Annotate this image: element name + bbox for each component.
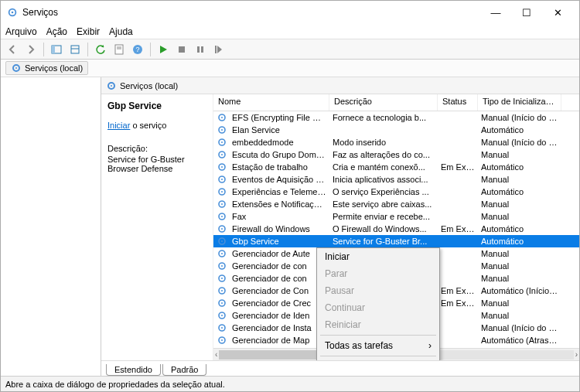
svg-point-46 [221,278,223,279]
service-row[interactable]: Extensões e Notificações da...Este servi… [213,198,579,210]
cell-desc: O serviço Experiências ... [329,187,438,196]
svg-point-36 [221,216,223,217]
maximize-button[interactable]: ☐ [511,2,542,23]
export-button[interactable] [67,41,84,58]
tree-pane[interactable] [1,77,101,376]
svg-rect-4 [71,46,79,53]
pause-service-button[interactable] [192,41,209,58]
cell-startup: Manual [478,212,561,221]
start-service-link-row: Iniciar o serviço [107,121,210,130]
service-icon [213,298,229,308]
cell-startup: Automático [478,125,561,135]
tree-tab-local[interactable]: Serviços (local) [5,61,88,75]
menu-help[interactable]: Ajuda [109,26,133,37]
svg-rect-6 [115,45,123,54]
scroll-right-icon[interactable]: › [575,350,578,359]
back-button[interactable] [4,41,21,58]
ctx-atualizar[interactable]: Atualizar [317,358,439,360]
service-row[interactable]: Escuta do Grupo DomésticoFaz as alteraçõ… [213,148,579,161]
main-area: Serviços (local) Gbp Service Iniciar o s… [1,77,579,376]
ctx-pausar: Pausar [317,282,439,299]
svg-text:?: ? [135,46,139,53]
cell-startup: Manual [478,274,561,283]
service-icon [213,322,229,333]
cell-name: Gbp Service [229,237,329,246]
cell-status: Em Exe... [438,298,478,308]
cell-startup: Manual [478,261,561,271]
service-icon [213,149,229,160]
cell-name: Experiências e Telemetria de... [229,187,329,196]
col-startup[interactable]: Tipo de Inicialização [478,94,561,111]
right-pane: Serviços (local) Gbp Service Iniciar o s… [101,77,579,376]
restart-service-button[interactable] [210,41,227,58]
svg-point-26 [221,154,223,155]
service-row[interactable]: Experiências e Telemetria de...O serviço… [213,186,579,198]
service-row[interactable]: Estação de trabalhoCria e mantém conexõ.… [213,161,579,173]
cell-desc: Cria e mantém conexõ... [329,162,438,172]
cell-desc: Service for G-Buster Br... [329,237,438,246]
col-status[interactable]: Status [438,94,478,111]
cell-startup: Manual (Início do Ga... [478,138,561,147]
menu-view[interactable]: Exibir [77,26,100,37]
bottom-tabs: Estendido Padrão [101,360,579,376]
ctx-iniciar[interactable]: Iniciar [317,248,439,265]
service-row[interactable]: EFS (Encrypting File System)Fornece a te… [213,111,579,124]
cell-name: Elan Service [229,125,329,135]
service-row[interactable]: Elan ServiceAutomático [213,124,579,136]
toolbar: ? [1,39,579,60]
service-icon [213,273,229,284]
help-button[interactable]: ? [129,41,146,58]
cell-startup: Manual [478,199,561,209]
start-service-button[interactable] [155,41,172,58]
svg-rect-11 [179,46,185,53]
svg-point-1 [12,12,14,14]
svg-point-16 [15,67,17,69]
cell-status: Em Exe... [438,162,478,172]
service-icon [213,211,229,222]
service-icon [213,223,229,234]
service-icon [213,162,229,172]
properties-button[interactable] [111,41,128,58]
cell-startup: Automático [478,162,561,172]
service-icon [213,174,229,185]
stop-service-button[interactable] [173,41,190,58]
tab-extended[interactable]: Estendido [106,364,161,376]
cell-startup: Automático [478,237,561,246]
col-name[interactable]: Nome [213,94,329,111]
service-icon [213,124,229,135]
cell-name: Gerenciador de Aute [229,249,329,258]
cell-name: Eventos de Aquisição de Im... [229,175,329,184]
forward-button[interactable] [22,41,39,58]
svg-point-52 [221,315,223,316]
cell-status: Em Exe... [438,224,478,233]
scroll-left-icon[interactable]: ‹ [215,350,217,359]
description-label: Descrição: [107,144,210,153]
cell-startup: Automático (Atraso ... [478,336,561,345]
cell-startup: Manual [478,150,561,159]
ctx-todas-tarefas[interactable]: Todas as tarefas› [317,337,439,354]
cell-name: embeddedmode [229,138,329,147]
menu-file[interactable]: Arquivo [5,26,37,37]
minimize-button[interactable]: — [480,2,511,23]
svg-point-54 [221,327,223,329]
svg-point-48 [221,290,223,291]
col-description[interactable]: Descrição [329,94,438,111]
close-button[interactable]: ✕ [542,2,573,23]
cell-name: Gerenciador de Crec [229,298,329,308]
cell-name: Fax [229,212,329,221]
svg-point-20 [221,117,223,118]
service-row[interactable]: Eventos de Aquisição de Im...Inicia apli… [213,173,579,186]
cell-desc: Permite enviar e recebe... [329,212,438,221]
cell-name: Gerenciador de Iden [229,311,329,320]
refresh-button[interactable] [92,41,109,58]
service-icon [213,199,229,210]
service-row[interactable]: FaxPermite enviar e recebe...Manual [213,210,579,223]
show-hide-tree-button[interactable] [48,41,65,58]
start-service-link[interactable]: Iniciar [107,121,130,130]
service-row[interactable]: Firewall do WindowsO Firewall do Windows… [213,223,579,235]
service-row[interactable]: Gbp ServiceService for G-Buster Br...Aut… [213,235,579,247]
menu-action[interactable]: Ação [46,26,67,37]
service-icon [213,335,229,346]
service-row[interactable]: embeddedmodeModo inseridoManual (Início … [213,136,579,148]
tab-standard[interactable]: Padrão [162,364,206,376]
